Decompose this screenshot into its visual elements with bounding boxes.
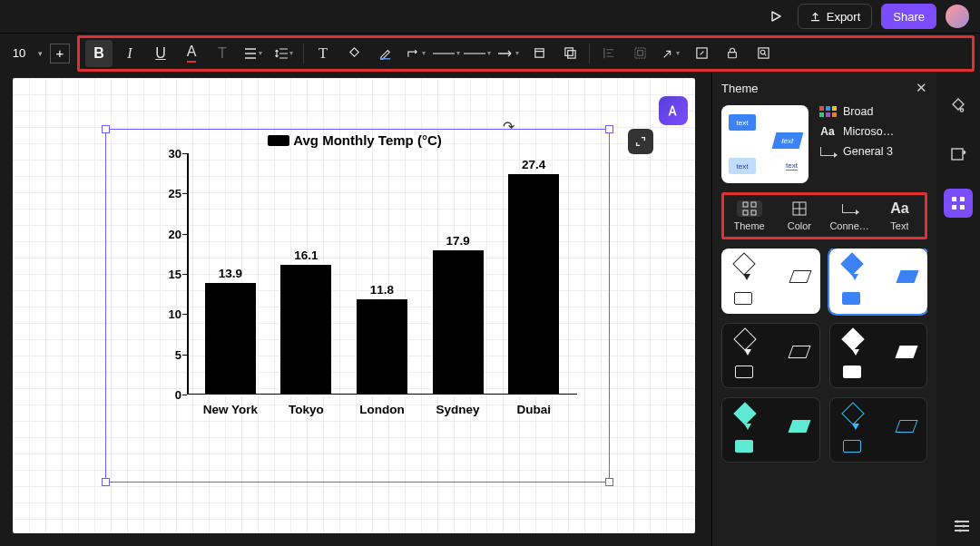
resize-handle-bl[interactable] xyxy=(102,478,110,486)
find-button[interactable] xyxy=(750,40,777,67)
theme-panel: Theme ✕ text text text text Broad Aa Mic… xyxy=(711,73,936,546)
bar-sydney[interactable]: 17.9 xyxy=(426,234,490,395)
bar-value-label: 13.9 xyxy=(219,267,242,280)
align-button[interactable] xyxy=(240,40,267,67)
bar-rect xyxy=(205,283,256,395)
avatar[interactable] xyxy=(946,5,969,28)
present-icon[interactable] xyxy=(763,4,789,29)
font-size-increase-button[interactable]: + xyxy=(50,44,70,63)
arrow-style-button[interactable] xyxy=(495,40,522,67)
ai-assist-button[interactable] xyxy=(659,96,688,125)
share-button[interactable]: Share xyxy=(881,4,936,29)
theme-option-5[interactable] xyxy=(721,397,820,463)
font-color-button[interactable]: A xyxy=(178,40,205,67)
resize-handle-tr[interactable] xyxy=(605,125,613,133)
x-tick-label: Tokyo xyxy=(274,403,338,416)
bar-london[interactable]: 11.8 xyxy=(350,283,414,395)
bar-chart[interactable]: Avg Monthly Temp (°C) 051015202530 13.91… xyxy=(132,132,577,445)
share-label: Share xyxy=(893,10,925,24)
right-icon-bar xyxy=(936,73,980,546)
svg-rect-1 xyxy=(534,49,543,57)
tab-color[interactable]: Color xyxy=(774,200,824,231)
y-tick-label: 0 xyxy=(175,388,181,402)
panel-title: Theme xyxy=(721,82,758,95)
line-style-1-button[interactable] xyxy=(433,40,460,67)
bar-new-york[interactable]: 13.9 xyxy=(199,267,262,395)
edit-button[interactable] xyxy=(688,40,715,67)
y-tick-label: 20 xyxy=(169,227,181,240)
theme-option-1[interactable] xyxy=(721,249,820,314)
tab-connector[interactable]: Conne… xyxy=(825,200,875,231)
theme-panel-icon[interactable] xyxy=(944,189,973,218)
text-style-button[interactable]: T xyxy=(209,40,236,67)
theme-option-2[interactable] xyxy=(829,249,928,314)
svg-rect-0 xyxy=(379,58,389,59)
lock-button[interactable] xyxy=(719,40,746,67)
theme-option-4[interactable] xyxy=(829,323,928,388)
y-tick-label: 5 xyxy=(175,347,181,361)
theme-color-attr[interactable]: Broad xyxy=(819,105,894,118)
theme-gallery xyxy=(721,249,927,463)
theme-color-label: Broad xyxy=(843,105,873,118)
chart-title: Avg Monthly Temp (°C) xyxy=(132,132,577,148)
svg-rect-7 xyxy=(729,53,737,58)
font-size-dropdown-icon[interactable]: ▾ xyxy=(34,49,46,58)
theme-option-3[interactable] xyxy=(721,323,820,388)
legend-swatch xyxy=(268,135,289,146)
effects-button[interactable] xyxy=(657,40,684,67)
text-tool-button[interactable]: T xyxy=(309,40,337,67)
italic-button[interactable]: I xyxy=(116,40,143,67)
bar-value-label: 16.1 xyxy=(294,249,318,262)
font-size-input[interactable] xyxy=(5,42,33,65)
svg-rect-5 xyxy=(637,51,642,56)
close-icon[interactable]: ✕ xyxy=(916,80,927,96)
tab-text[interactable]: Aa Text xyxy=(875,200,925,231)
line-style-2-button[interactable] xyxy=(464,40,491,67)
x-tick-label: London xyxy=(350,403,414,416)
svg-point-9 xyxy=(760,50,765,54)
bar-tokyo[interactable]: 16.1 xyxy=(274,249,338,395)
theme-font-attr[interactable]: Aa Microso… xyxy=(819,125,894,138)
theme-tabs-highlighted: Theme Color Conne… Aa Text xyxy=(721,192,927,239)
bar-value-label: 11.8 xyxy=(370,283,394,297)
tab-color-label: Color xyxy=(788,220,811,231)
export-button[interactable]: Export xyxy=(798,4,873,29)
bar-dubai[interactable]: 27.4 xyxy=(502,158,565,395)
svg-rect-8 xyxy=(758,48,768,58)
svg-rect-2 xyxy=(564,48,572,55)
x-tick-label: Dubai xyxy=(502,403,565,416)
canvas-area[interactable]: ↷ Avg Monthly Temp (°C) 051015202530 13.… xyxy=(0,73,711,546)
bold-button[interactable]: B xyxy=(85,40,113,67)
align-objects-button[interactable] xyxy=(595,40,622,67)
connector-style-button[interactable] xyxy=(402,40,429,67)
line-spacing-button[interactable] xyxy=(270,40,298,67)
svg-rect-3 xyxy=(567,51,574,58)
bar-value-label: 27.4 xyxy=(522,158,545,171)
group-button[interactable] xyxy=(626,40,653,67)
resize-handle-tl[interactable] xyxy=(102,125,110,133)
toolbar-highlighted-group: B I U A T T xyxy=(77,35,975,72)
bar-rect xyxy=(433,250,484,395)
svg-rect-16 xyxy=(952,197,956,201)
theme-connector-attr[interactable]: General 3 xyxy=(819,145,894,158)
resize-handle-br[interactable] xyxy=(605,478,613,486)
chart-title-text: Avg Monthly Temp (°C) xyxy=(293,132,441,148)
export-label: Export xyxy=(827,10,861,24)
fill-button[interactable] xyxy=(340,40,368,67)
expand-button[interactable] xyxy=(628,129,653,154)
theme-preview[interactable]: text text text text xyxy=(721,105,808,183)
fill-tool-icon[interactable] xyxy=(944,91,973,120)
crop-button[interactable] xyxy=(525,40,553,67)
settings-menu-icon[interactable] xyxy=(953,519,971,537)
insert-tool-icon[interactable] xyxy=(944,140,973,169)
y-tick-label: 30 xyxy=(169,147,181,161)
svg-rect-19 xyxy=(960,205,965,210)
shadow-button[interactable] xyxy=(556,40,583,67)
stroke-color-button[interactable] xyxy=(371,40,398,67)
underline-button[interactable]: U xyxy=(147,40,174,67)
canvas[interactable]: ↷ Avg Monthly Temp (°C) 051015202530 13.… xyxy=(13,78,695,533)
theme-option-6[interactable] xyxy=(829,397,928,463)
bar-rect xyxy=(357,299,407,395)
x-tick-label: Sydney xyxy=(426,403,490,416)
tab-theme[interactable]: Theme xyxy=(724,200,774,231)
